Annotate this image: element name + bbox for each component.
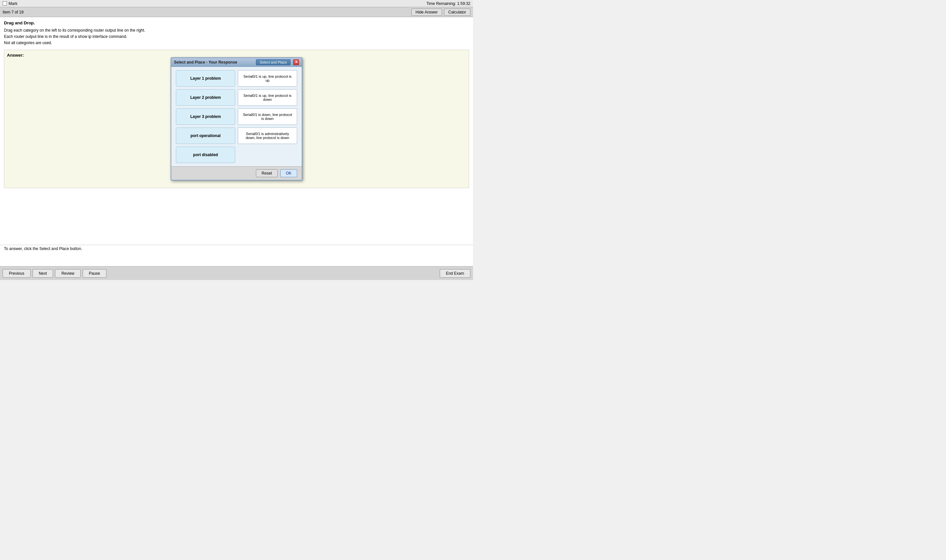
question-body: Drag each category on the left to its co…: [4, 27, 469, 46]
select-place-modal: Select and Place - Your Response Select …: [171, 57, 302, 180]
main-content: Drag and Drop. Drag each category on the…: [0, 17, 473, 266]
item-bar: Item 7 of 19 Hide Answer Calculator: [0, 7, 473, 17]
hide-answer-button[interactable]: Hide Answer: [411, 9, 442, 16]
question-title: Drag and Drop.: [4, 20, 469, 25]
pause-button[interactable]: Pause: [83, 269, 106, 278]
modal-title: Select and Place - Your Response: [174, 60, 256, 65]
output-serial-down-down[interactable]: Serial0/1 is down, line protocol is down: [238, 108, 297, 125]
modal-close-button[interactable]: ✕: [293, 59, 299, 65]
mark-label: Mark: [9, 1, 17, 6]
category-layer2[interactable]: Layer 2 problem: [176, 89, 235, 106]
question-line-3: Not all categories are used.: [4, 40, 469, 46]
top-bar: Mark Time Remaining: 1:59:32: [0, 0, 473, 7]
time-remaining: Time Remaining: 1:59:32: [426, 1, 471, 6]
question-line-2: Each router output line is in the result…: [4, 34, 469, 40]
end-exam-button[interactable]: End Exam: [440, 269, 471, 278]
next-button[interactable]: Next: [32, 269, 53, 278]
item-info: Item 7 of 19: [3, 10, 23, 14]
previous-button[interactable]: Previous: [3, 269, 31, 278]
category-layer3[interactable]: Layer 3 problem: [176, 108, 235, 125]
calculator-button[interactable]: Calculator: [444, 9, 471, 16]
empty-right-cell: [238, 146, 297, 163]
mark-checkbox[interactable]: [3, 1, 7, 6]
modal-titlebar: Select and Place - Your Response Select …: [171, 58, 302, 67]
modal-footer: Reset OK: [171, 166, 302, 180]
output-serial-up-down[interactable]: Serial0/1 is up, line protocol is down: [238, 89, 297, 106]
output-serial-admin-down[interactable]: Serial0/1 is adminstratively down, line …: [238, 128, 297, 144]
reset-button[interactable]: Reset: [256, 169, 277, 177]
modal-body: Layer 1 problem Serial0/1 is up, line pr…: [171, 67, 302, 166]
answer-area: Answer: Select and Place - Your Response…: [4, 50, 469, 188]
category-port-disabled[interactable]: port disabled: [176, 146, 235, 163]
modal-select-place-button[interactable]: Select and Place: [256, 59, 291, 65]
category-port-operational[interactable]: port operational: [176, 128, 235, 144]
modal-overlay: Select and Place - Your Response Select …: [4, 50, 469, 188]
category-layer1[interactable]: Layer 1 problem: [176, 70, 235, 87]
bottom-nav: Previous Next Review Pause End Exam: [0, 266, 473, 280]
question-line-1: Drag each category on the left to its co…: [4, 27, 469, 34]
close-icon: ✕: [295, 60, 298, 64]
ok-button[interactable]: OK: [280, 169, 297, 177]
review-button[interactable]: Review: [55, 269, 80, 278]
item-buttons: Hide Answer Calculator: [411, 9, 471, 16]
output-serial-up-up[interactable]: Serial0/1 is up, line protocol is up: [238, 70, 297, 87]
bottom-instruction: To answer, click the Select and Place bu…: [0, 245, 473, 252]
